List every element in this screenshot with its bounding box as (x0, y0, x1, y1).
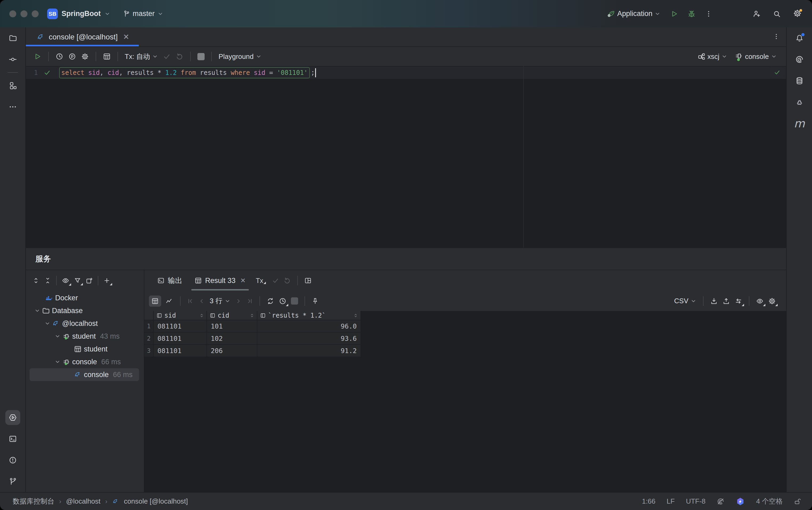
problems-tool-button[interactable] (5, 453, 20, 468)
tree-item-student-table[interactable]: student (26, 343, 144, 356)
tree-item-student-datasource[interactable]: student 43 ms (26, 330, 144, 343)
notifications-button[interactable] (792, 31, 807, 46)
debug-button[interactable] (687, 9, 696, 18)
history-button[interactable] (55, 53, 63, 60)
maven-tool-button[interactable]: m (792, 116, 807, 131)
grid-settings-button[interactable] (768, 297, 776, 305)
git-tool-button[interactable] (5, 474, 20, 489)
stop-query-button[interactable] (291, 298, 298, 305)
output-tab[interactable]: 输出 (152, 270, 187, 291)
filter-button[interactable] (74, 277, 81, 284)
chevron-expanded-icon[interactable] (55, 359, 60, 365)
tree-item-docker[interactable]: Docker (26, 291, 144, 304)
tx-mode-selector[interactable]: Tx: 自动 (125, 52, 158, 61)
rollback-result-button[interactable] (284, 277, 291, 284)
minimize-window-button[interactable] (21, 10, 27, 17)
cell-results[interactable]: 96.0 (257, 320, 361, 333)
inspections-widget[interactable] (770, 66, 784, 78)
lingma-plugin-icon[interactable] (736, 497, 745, 506)
editor-tab-console[interactable]: console [@localhost] ✕ (26, 27, 139, 46)
chevron-expanded-icon[interactable] (34, 308, 40, 314)
close-result-tab-icon[interactable]: ✕ (240, 277, 245, 284)
services-tool-button[interactable] (5, 410, 20, 425)
close-window-button[interactable] (9, 10, 16, 17)
sort-icon[interactable] (199, 313, 204, 318)
chevron-expanded-icon[interactable] (45, 320, 50, 327)
last-page-button[interactable] (246, 298, 253, 305)
session-selector[interactable]: console (734, 52, 777, 61)
auto-refresh-button[interactable] (279, 297, 287, 305)
previous-page-button[interactable] (198, 298, 205, 305)
split-view-button[interactable] (304, 277, 312, 284)
cell-sid[interactable]: 081101 (154, 345, 207, 357)
macos-traffic-lights[interactable] (0, 10, 39, 17)
export-data-button[interactable] (722, 297, 730, 305)
database-tool-button[interactable] (792, 73, 807, 88)
open-in-new-tab-button[interactable] (86, 277, 93, 284)
lingma-plugin-button[interactable] (792, 94, 807, 110)
breadcrumb-item[interactable]: @localhost (66, 497, 100, 506)
tx-indicator[interactable]: Tx (256, 277, 263, 285)
column-header-cid[interactable]: cid (207, 311, 257, 320)
compare-data-button[interactable] (734, 297, 743, 305)
tree-item-database-group[interactable]: Database (26, 304, 144, 317)
console-settings-button[interactable] (81, 53, 89, 60)
grid-view-toggle[interactable] (149, 295, 161, 307)
chevron-expanded-icon[interactable] (55, 333, 60, 339)
commit-tx-button[interactable] (163, 53, 171, 60)
ai-disabled-icon[interactable] (717, 498, 725, 506)
more-tool-windows-button[interactable] (5, 100, 20, 114)
page-size-selector[interactable]: 3 行 (210, 296, 230, 306)
import-data-button[interactable] (710, 297, 718, 305)
tree-item-console-datasource[interactable]: console 66 ms (26, 356, 144, 368)
rollback-tx-button[interactable] (176, 53, 183, 60)
terminal-tool-button[interactable] (5, 431, 20, 446)
commit-tool-button[interactable] (5, 52, 20, 67)
cell-sid[interactable]: 081101 (154, 333, 207, 345)
result-grid[interactable]: sid cid `results * 1.2` (144, 311, 786, 492)
more-actions-kebab-icon[interactable] (705, 10, 713, 18)
execute-button[interactable] (34, 53, 41, 60)
cell-sid[interactable]: 081101 (154, 320, 207, 333)
run-configuration-selector[interactable]: Application (607, 9, 660, 18)
project-tool-button[interactable] (5, 31, 20, 46)
line-separator-widget[interactable]: LF (667, 497, 674, 506)
stop-button[interactable] (197, 53, 205, 60)
breadcrumb-item[interactable]: console [@localhost] (124, 497, 188, 506)
reload-page-button[interactable] (266, 297, 274, 305)
schema-selector[interactable]: xscj (697, 53, 728, 61)
tree-item-console-selected[interactable]: console 66 ms (30, 368, 139, 381)
first-page-button[interactable] (187, 298, 194, 305)
playground-selector[interactable]: Playground (219, 53, 262, 61)
sort-icon[interactable] (249, 313, 255, 318)
caret-position-widget[interactable]: 1:66 (642, 497, 656, 506)
view-options-button[interactable] (756, 297, 764, 305)
add-service-button[interactable] (103, 277, 111, 284)
encoding-widget[interactable]: UTF-8 (686, 497, 706, 506)
search-everywhere-icon[interactable] (773, 9, 781, 18)
commit-result-button[interactable] (272, 277, 279, 284)
sort-icon[interactable] (353, 313, 358, 318)
settings-button[interactable] (793, 9, 802, 19)
unlock-icon[interactable] (794, 498, 801, 505)
export-format-selector[interactable]: CSV (674, 297, 696, 305)
project-widget[interactable]: SB SpringBoot (47, 8, 110, 19)
parameters-button[interactable] (68, 53, 76, 60)
breadcrumb-item[interactable]: 数据库控制台 (13, 497, 54, 506)
column-header-sid[interactable]: sid (154, 311, 207, 320)
close-tab-icon[interactable]: ✕ (123, 32, 129, 41)
tree-item-localhost[interactable]: @localhost (26, 317, 144, 330)
column-header-results[interactable]: `results * 1.2` (257, 311, 361, 320)
code-with-me-user-plus-icon[interactable] (752, 9, 761, 18)
cell-results[interactable]: 93.6 (257, 333, 361, 345)
view-options-button[interactable] (61, 277, 69, 285)
collapse-all-button[interactable] (44, 277, 51, 284)
run-button[interactable] (670, 10, 678, 18)
chart-view-toggle[interactable] (163, 295, 175, 307)
cell-cid[interactable]: 101 (207, 320, 257, 333)
zoom-window-button[interactable] (32, 10, 39, 17)
result-tab[interactable]: Result 33 ✕ (190, 270, 251, 291)
breadcrumb[interactable]: 数据库控制台 › @localhost › console [@localhos… (13, 497, 188, 506)
indent-widget[interactable]: 4 个空格 (756, 497, 783, 506)
results-in-editor-button[interactable] (103, 53, 111, 60)
